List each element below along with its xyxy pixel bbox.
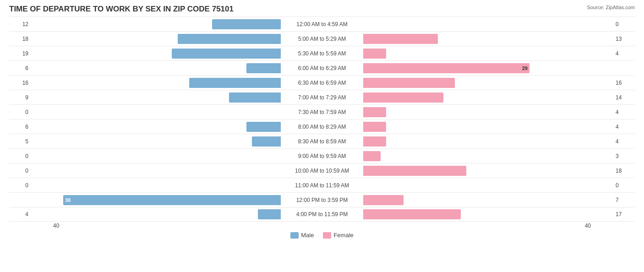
male-bar [172, 49, 281, 59]
male-bar-area [31, 34, 281, 44]
female-bar [363, 209, 461, 219]
table-row: 07:30 AM to 7:59 AM4 [9, 104, 635, 119]
male-value: 6 [9, 124, 31, 130]
chart-container: TIME OF DEPARTURE TO WORK BY SEX IN ZIP … [0, 0, 644, 272]
male-bar [258, 209, 281, 219]
male-value: 12 [9, 21, 31, 27]
source-text: Source: ZipAtlas.com [587, 5, 635, 10]
legend-area: Male Female [9, 232, 635, 239]
axis-left: 40 [53, 223, 281, 229]
female-swatch [323, 232, 331, 239]
time-range-label: 5:30 AM to 5:59 AM [281, 50, 363, 57]
legend-female: Female [323, 232, 353, 239]
chart-title: TIME OF DEPARTURE TO WORK BY SEX IN ZIP … [9, 5, 635, 14]
time-range-label: 11:00 AM to 11:59 AM [281, 182, 363, 189]
female-bar: 29 [363, 63, 529, 73]
male-value: 0 [9, 182, 31, 189]
time-range-label: 8:00 AM to 8:29 AM [281, 124, 363, 130]
male-value: 0 [9, 109, 31, 115]
female-bar-area [363, 107, 613, 117]
female-bar [363, 136, 386, 147]
male-bar-area [31, 63, 281, 73]
female-value: 4 [613, 50, 635, 57]
female-bar [363, 166, 466, 176]
male-value: 0 [9, 168, 31, 174]
male-bar [246, 63, 281, 73]
female-bar-area: 29 [363, 63, 613, 73]
male-bar-area [31, 49, 281, 59]
female-value: 4 [613, 138, 635, 145]
female-bar-area [363, 195, 613, 205]
male-bar-area [31, 122, 281, 132]
female-bar-area [363, 19, 613, 29]
bar-value-label: 38 [63, 197, 72, 203]
table-row: 166:30 AM to 6:59 AM16 [9, 75, 635, 90]
chart-area: 1212:00 AM to 4:59 AM0185:00 AM to 5:29 … [9, 16, 635, 222]
male-bar-area [31, 136, 281, 147]
table-row: 195:30 AM to 5:59 AM4 [9, 46, 635, 60]
male-value: 19 [9, 50, 31, 57]
axis-right: 40 [363, 223, 591, 229]
male-bar [212, 19, 281, 29]
male-bar-area [31, 19, 281, 29]
time-range-label: 6:00 AM to 6:29 AM [281, 65, 363, 71]
female-bar [363, 122, 386, 132]
male-value: 18 [9, 36, 31, 42]
female-label: Female [333, 232, 353, 239]
male-bar-area [31, 78, 281, 88]
time-range-label: 6:30 AM to 6:59 AM [281, 80, 363, 86]
female-value: 3 [613, 153, 635, 159]
female-bar-area [363, 34, 613, 44]
male-bar [189, 78, 281, 88]
table-row: 44:00 PM to 11:59 PM17 [9, 207, 635, 222]
legend-male: Male [290, 232, 314, 239]
female-value: 18 [613, 168, 635, 174]
table-row: 58:30 AM to 8:59 AM4 [9, 134, 635, 148]
male-bar-area [31, 107, 281, 117]
female-value: 0 [613, 21, 635, 27]
female-bar-area [363, 166, 613, 176]
male-value: 4 [9, 211, 31, 218]
table-row: 3812:00 PM to 3:59 PM7 [9, 192, 635, 207]
male-bar [229, 92, 281, 103]
male-value: 9 [9, 94, 31, 101]
female-bar-area [363, 180, 613, 190]
table-row: 185:00 AM to 5:29 AM13 [9, 31, 635, 46]
male-bar-area [31, 180, 281, 190]
female-value: 17 [613, 211, 635, 218]
female-bar-area [363, 122, 613, 132]
male-bar-area [31, 209, 281, 219]
female-value: 14 [613, 94, 635, 101]
male-bar-area [31, 151, 281, 161]
female-value: 7 [613, 197, 635, 203]
female-bar [363, 49, 386, 59]
female-bar-area [363, 151, 613, 161]
time-range-label: 9:00 AM to 9:59 AM [281, 153, 363, 159]
male-bar: 38 [63, 195, 281, 205]
male-value: 16 [9, 80, 31, 86]
time-range-label: 5:00 AM to 5:29 AM [281, 36, 363, 42]
male-value: 0 [9, 153, 31, 159]
table-row: 011:00 AM to 11:59 AM0 [9, 178, 635, 192]
male-swatch [290, 232, 299, 239]
time-range-label: 7:00 AM to 7:29 AM [281, 94, 363, 101]
table-row: 97:00 AM to 7:29 AM14 [9, 90, 635, 104]
male-bar [252, 136, 281, 147]
bar-value-label: 29 [520, 65, 529, 71]
male-value: 5 [9, 138, 31, 145]
male-bar [246, 122, 281, 132]
table-row: 1212:00 AM to 4:59 AM0 [9, 16, 635, 31]
female-bar [363, 92, 443, 103]
female-value: 4 [613, 124, 635, 130]
female-value: 13 [613, 36, 635, 42]
female-bar [363, 151, 381, 161]
male-bar-area [31, 166, 281, 176]
female-bar [363, 107, 386, 117]
female-bar-area [363, 209, 613, 219]
axis-labels: 40 40 [9, 223, 635, 229]
male-value: 6 [9, 65, 31, 71]
time-range-label: 4:00 PM to 11:59 PM [281, 211, 363, 218]
female-bar [363, 195, 404, 205]
time-range-label: 12:00 AM to 4:59 AM [281, 21, 363, 27]
time-range-label: 12:00 PM to 3:59 PM [281, 197, 363, 203]
